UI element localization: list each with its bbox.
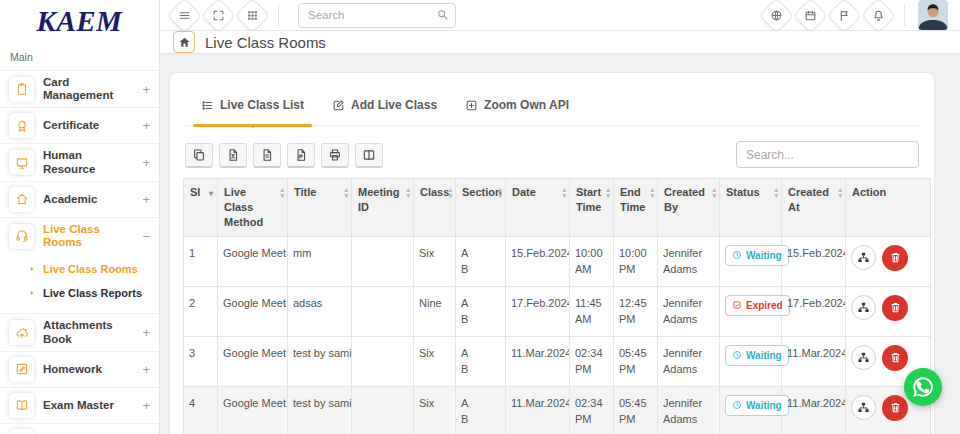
- tab-live-class-list[interactable]: Live Class List: [189, 90, 316, 125]
- sort-desc-icon: ▾: [209, 189, 213, 200]
- sidebar-item-live-class-rooms[interactable]: Live Class Rooms−: [0, 217, 159, 254]
- cell-method: Google Meet: [218, 336, 288, 386]
- cell-title: adsas: [288, 286, 352, 336]
- delete-button[interactable]: [882, 395, 908, 421]
- expand-toggle[interactable]: −: [142, 229, 150, 244]
- cell-class: Nine: [414, 286, 456, 336]
- table-search-input[interactable]: [736, 141, 919, 168]
- pdf-button[interactable]: [287, 143, 315, 168]
- sidebar-item-attachments-book[interactable]: Attachments Book+: [0, 313, 159, 350]
- cell-section: AB: [456, 236, 506, 286]
- action-buttons: [851, 345, 925, 371]
- copy-button[interactable]: [185, 143, 213, 168]
- whatsapp-button[interactable]: [904, 368, 942, 406]
- col-end-time[interactable]: End Time▴▾: [614, 179, 658, 237]
- cell-title: mm: [288, 236, 352, 286]
- section-line: A: [461, 295, 500, 312]
- calendar-button[interactable]: [793, 0, 828, 33]
- columns-button[interactable]: [355, 143, 383, 168]
- sidebar-subitem-live-class-rooms[interactable]: Live Class Rooms: [28, 257, 159, 281]
- sidebar-item-homework[interactable]: Homework+: [0, 351, 159, 387]
- tab-add-live-class[interactable]: Add Live Class: [320, 90, 449, 125]
- csv-button[interactable]: [253, 143, 281, 168]
- col-date[interactable]: Date▴▾: [506, 179, 570, 237]
- calendar-icon: [804, 9, 817, 22]
- col-created-at[interactable]: Created At▴▾: [782, 179, 846, 237]
- sort-carets-icon: ▴▾: [498, 187, 502, 199]
- expand-toggle[interactable]: +: [142, 118, 150, 133]
- delete-button[interactable]: [882, 295, 908, 321]
- excel-button[interactable]: [219, 143, 247, 168]
- expand-toggle[interactable]: +: [142, 362, 150, 377]
- col-meeting-id[interactable]: Meeting ID▴▾: [352, 179, 414, 237]
- cell-created-at: 17.Feb.2024: [782, 286, 846, 336]
- col-start-time[interactable]: Start Time▴▾: [570, 179, 614, 237]
- sidebar-item-exam-master[interactable]: Exam Master+: [0, 387, 159, 423]
- tab-label: Add Live Class: [351, 98, 437, 112]
- brand-logo[interactable]: KAEM: [0, 0, 159, 42]
- user-avatar[interactable]: [918, 0, 948, 30]
- headset-icon-box: [9, 224, 34, 249]
- col-status[interactable]: Status▴▾: [720, 179, 782, 237]
- cell-created-by: Jennifer Adams: [658, 286, 720, 336]
- cell-method: Google Meet: [218, 236, 288, 286]
- tab-zoom-own-api[interactable]: Zoom Own API: [453, 90, 581, 125]
- sidebar-item-card-management[interactable]: Card Management+: [0, 70, 159, 107]
- delete-button[interactable]: [882, 345, 908, 371]
- edit-square-icon: [332, 99, 345, 112]
- cell-method: Google Meet: [218, 386, 288, 434]
- column-label: Class: [420, 186, 449, 198]
- sidebar-item-academic[interactable]: Academic+: [0, 181, 159, 217]
- col-section[interactable]: Section▴▾: [456, 179, 506, 237]
- flag-button[interactable]: [827, 0, 862, 33]
- sidebar-item-partial: [0, 423, 159, 434]
- triangle-right-icon: [28, 265, 36, 273]
- csv-icon: [260, 148, 274, 162]
- cell-meeting-id: [352, 336, 414, 386]
- topbar: [160, 0, 960, 31]
- col-created-by[interactable]: Created By▴▾: [658, 179, 720, 237]
- sidebar-item-human-resource[interactable]: Human Resource+: [0, 143, 159, 180]
- section-line: B: [461, 261, 500, 278]
- trash-icon: [889, 351, 902, 364]
- column-label: Status: [726, 186, 760, 198]
- sidebar-subitem-live-class-reports[interactable]: Live Class Reports: [28, 281, 159, 305]
- headset-icon: [15, 229, 29, 243]
- cell-sl: 1: [184, 236, 218, 286]
- col-title[interactable]: Title▴▾: [288, 179, 352, 237]
- house-icon-box: [9, 187, 34, 212]
- expand-toggle[interactable]: +: [142, 155, 150, 170]
- join-class-button[interactable]: [851, 245, 876, 270]
- sort-carets-icon: ▴▾: [650, 187, 654, 199]
- expand-toggle[interactable]: +: [142, 192, 150, 207]
- col-class[interactable]: Class▴▾: [414, 179, 456, 237]
- col-sl[interactable]: Sl▾: [184, 179, 218, 237]
- sidebar-item-label: Card Management: [43, 76, 133, 102]
- delete-button[interactable]: [882, 245, 908, 271]
- home-icon[interactable]: [173, 31, 195, 53]
- search-icon[interactable]: [436, 8, 449, 21]
- menu-button[interactable]: [167, 0, 202, 33]
- grid-button[interactable]: [235, 0, 270, 33]
- expand-toggle[interactable]: +: [142, 398, 150, 413]
- expand-toggle[interactable]: +: [142, 82, 150, 97]
- cell-start-time: 11:45 AM: [570, 286, 614, 336]
- expand-toggle[interactable]: +: [142, 325, 150, 340]
- sidebar-item-certificate[interactable]: Certificate+: [0, 107, 159, 143]
- print-button[interactable]: [321, 143, 349, 168]
- join-class-button[interactable]: [851, 295, 876, 320]
- fullscreen-icon: [212, 9, 225, 22]
- globe-button[interactable]: [759, 0, 794, 33]
- col-live-class-method[interactable]: Live Class Method▴▾: [218, 179, 288, 237]
- join-class-button[interactable]: [851, 395, 876, 420]
- column-label: Sl: [190, 186, 200, 198]
- cell-meeting-id: [352, 236, 414, 286]
- bell-button[interactable]: [861, 0, 896, 33]
- join-class-button[interactable]: [851, 345, 876, 370]
- fullscreen-button[interactable]: [201, 0, 236, 33]
- sort-carets-icon: ▴▾: [280, 187, 284, 199]
- table-row: 1Google MeetmmSixAB15.Feb.202410:00 AM10…: [184, 236, 931, 286]
- topbar-left-icons: [172, 3, 265, 28]
- section-line: A: [461, 245, 500, 262]
- topbar-search-input[interactable]: [298, 3, 456, 28]
